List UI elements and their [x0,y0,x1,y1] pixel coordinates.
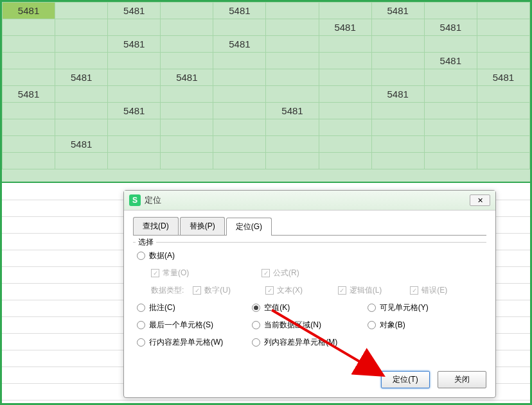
cell[interactable] [55,19,108,36]
cell[interactable]: 5481 [3,86,55,103]
cell[interactable] [55,86,108,103]
cell[interactable] [371,53,424,69]
cell[interactable] [161,19,213,36]
cell[interactable] [3,36,55,53]
cell[interactable] [319,36,371,53]
cell[interactable] [266,3,319,19]
cell[interactable] [3,53,55,69]
cell[interactable] [3,153,55,169]
cell[interactable] [477,153,529,169]
radio-visible[interactable]: 可见单元格(Y) [368,302,483,313]
cell[interactable] [108,119,161,136]
radio-comments[interactable]: 批注(C) [137,302,252,313]
cell[interactable]: 5481 [108,3,161,19]
cell[interactable] [3,19,55,36]
tab-find[interactable]: 查找(D) [133,217,179,235]
radio-row-diff[interactable]: 行内容差异单元格(W) [137,337,252,348]
cell[interactable] [371,153,424,169]
radio-data[interactable]: 数据(A) [137,250,483,261]
cell[interactable] [161,103,213,119]
cell[interactable] [477,136,529,153]
cell[interactable]: 5481 [213,36,266,53]
cell[interactable]: 5481 [213,3,266,19]
cell[interactable] [3,119,55,136]
cell[interactable] [371,19,424,36]
radio-objects[interactable]: 对象(B) [368,320,483,331]
cell[interactable] [319,136,371,153]
cell[interactable]: 5481 [55,69,108,86]
cell[interactable]: 5481 [319,19,371,36]
cell[interactable] [477,36,529,53]
radio-col-diff[interactable]: 列内容差异单元格(M) [252,337,367,348]
cell[interactable] [108,53,161,69]
cell[interactable] [371,103,424,119]
cell[interactable] [371,119,424,136]
cell[interactable] [477,119,529,136]
cell[interactable] [266,19,319,36]
cell[interactable]: 5481 [161,69,213,86]
cell[interactable]: 5481 [371,3,424,19]
cell[interactable]: 5481 [108,36,161,53]
goto-button[interactable]: 定位(T) [381,371,430,388]
cell[interactable] [424,103,477,119]
radio-current-region[interactable]: 当前数据区域(N) [252,320,367,331]
cell[interactable] [3,136,55,153]
cell[interactable] [371,136,424,153]
cell[interactable] [371,69,424,86]
cell[interactable] [266,53,319,69]
radio-blanks[interactable]: 空值(K) [252,302,367,313]
cell[interactable] [477,103,529,119]
cell[interactable] [266,119,319,136]
cell[interactable] [213,103,266,119]
cell[interactable] [424,69,477,86]
spreadsheet-selection[interactable]: 5481548154815481548154815481548154815481… [2,2,530,183]
cell[interactable] [213,69,266,86]
tab-goto[interactable]: 定位(G) [226,218,272,236]
cell[interactable]: 5481 [424,19,477,36]
cell[interactable]: 5481 [424,53,477,69]
cell[interactable] [213,19,266,36]
cell[interactable] [108,69,161,86]
cell[interactable] [266,86,319,103]
cell[interactable] [319,153,371,169]
cell[interactable] [424,153,477,169]
cell[interactable] [108,86,161,103]
cell[interactable] [55,119,108,136]
cell[interactable] [319,119,371,136]
cell[interactable] [477,3,529,19]
cell[interactable]: 5481 [371,86,424,103]
cell[interactable] [266,36,319,53]
cell[interactable] [477,86,529,103]
tab-replace[interactable]: 替换(P) [180,217,225,235]
cell[interactable] [3,103,55,119]
cell[interactable] [424,136,477,153]
cell[interactable] [424,36,477,53]
cell[interactable] [266,153,319,169]
cell[interactable] [477,53,529,69]
cell[interactable] [161,119,213,136]
cell[interactable] [213,86,266,103]
cell[interactable] [371,36,424,53]
cell[interactable]: 5481 [3,3,55,19]
cell[interactable] [108,153,161,169]
cell[interactable] [55,53,108,69]
cell[interactable] [161,36,213,53]
cell[interactable] [319,86,371,103]
cell[interactable] [319,69,371,86]
cell[interactable] [319,3,371,19]
cell[interactable] [161,153,213,169]
cell[interactable]: 5481 [55,136,108,153]
cell[interactable] [161,136,213,153]
cell[interactable] [319,103,371,119]
cell[interactable]: 5481 [266,103,319,119]
cell[interactable] [161,86,213,103]
cell[interactable] [424,3,477,19]
cell[interactable] [266,69,319,86]
cell[interactable] [424,119,477,136]
close-button[interactable]: 关闭 [438,371,486,388]
cell[interactable] [213,153,266,169]
cell[interactable] [161,3,213,19]
cell[interactable] [161,53,213,69]
cell[interactable] [55,3,108,19]
cell[interactable] [424,86,477,103]
